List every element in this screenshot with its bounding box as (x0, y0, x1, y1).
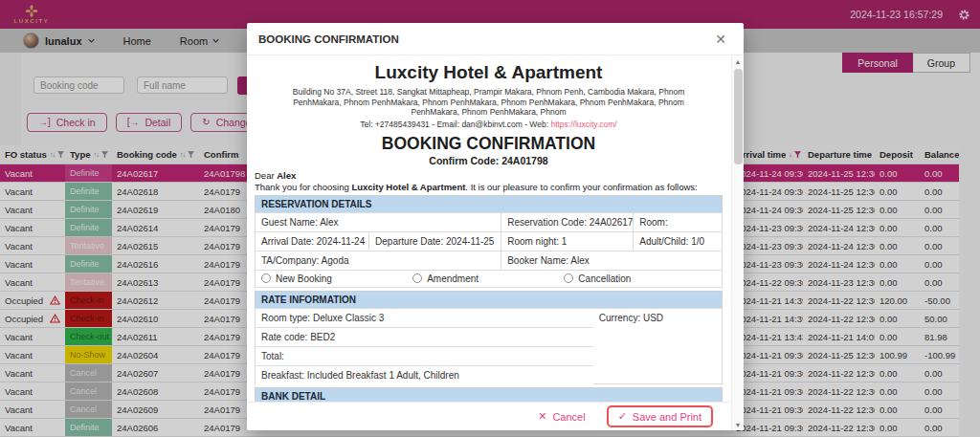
currency-cell: Currency: USD (593, 309, 723, 384)
section-reservation-details: RESERVATION DETAILS (255, 195, 723, 212)
reservation-code-cell: Reservation Code: 24A02617 (501, 213, 634, 232)
section-rate-information: RATE INFORMATION (255, 291, 723, 308)
hotel-name: Luxcity Hotel & Apartment (255, 62, 723, 83)
booking-confirmation-modal: BOOKING CONFIRMATION ✕ Luxcity Hotel & A… (247, 23, 744, 430)
radio-amendment[interactable]: Amendment (412, 273, 564, 284)
save-and-print-button[interactable]: ✓ Save and Print (607, 405, 713, 427)
room-type-cell: Room type: Deluxe Classic 3 (256, 309, 593, 328)
greeting: Dear Alex (255, 170, 723, 181)
booker-name-cell: Booker Name: Alex (501, 251, 723, 271)
adult-child-cell: Adult/Child: 1/0 (634, 232, 723, 251)
reservation-table: Guest Name: Alex Reservation Code: 24A02… (255, 212, 723, 288)
breakfast-cell: Breakfast: Included Breakfast 1 Adult, C… (256, 366, 593, 384)
document-title: BOOKING CONFIRMATION (255, 134, 723, 154)
radio-circle-icon (261, 273, 271, 283)
hotel-contact: Tel: +27485439431 - Email: dan@kbinvt.co… (255, 120, 723, 129)
rate-code-cell: Rate code: BED2 (256, 328, 593, 347)
cancel-button[interactable]: ✕ Cancel (532, 409, 590, 424)
guest-name-cell: Guest Name: Alex (256, 213, 501, 232)
confirm-code: Confirm Code: 24A01798 (255, 155, 723, 166)
total-cell: Total: (256, 347, 593, 366)
arrival-date-cell: Arrival Date: 2024-11-24 (256, 232, 369, 251)
modal-footer: ✕ Cancel ✓ Save and Print (247, 402, 744, 430)
scrollbar-thumb[interactable] (734, 69, 743, 164)
hotel-address: Building No 37A, Street 118, Sangkat Mit… (268, 87, 709, 118)
modal-scrollbar[interactable]: ▲ ▼ (731, 55, 744, 430)
hotel-website-link[interactable]: https://luxcity.com/ (550, 120, 616, 129)
radio-circle-icon (412, 273, 422, 283)
radio-circle-icon (564, 273, 573, 283)
radio-new-booking[interactable]: New Booking (261, 273, 412, 284)
section-bank-detail: BANK DETAIL (255, 387, 723, 402)
cancel-x-icon: ✕ (538, 410, 546, 423)
modal-body: Luxcity Hotel & Apartment Building No 37… (247, 55, 744, 402)
modal-header: BOOKING CONFIRMATION ✕ (247, 23, 744, 55)
modal-title: BOOKING CONFIRMATION (258, 33, 399, 45)
room-cell: Room: (634, 213, 723, 232)
app-window: LUXCITY 2024-11-23 16:57:29 lunalux Home… (0, 0, 980, 437)
rate-table: Room type: Deluxe Classic 3 Rate code: B… (255, 308, 723, 384)
ta-company-cell: TA/Company: Agoda (256, 251, 501, 271)
scroll-up-icon[interactable]: ▲ (735, 55, 742, 67)
close-icon[interactable]: ✕ (709, 31, 732, 48)
departure-date-cell: Departure Date: 2024-11-25 (369, 232, 501, 251)
booking-kind-radios: New BookingAmendmentCancellation (256, 271, 723, 288)
thanks-line: Thank you for choosing Luxcity Hotel & A… (255, 182, 723, 192)
scroll-down-icon[interactable]: ▼ (735, 419, 742, 430)
room-night-cell: Room night: 1 (501, 232, 634, 251)
check-icon: ✓ (618, 410, 627, 423)
radio-cancellation[interactable]: Cancellation (564, 273, 715, 284)
